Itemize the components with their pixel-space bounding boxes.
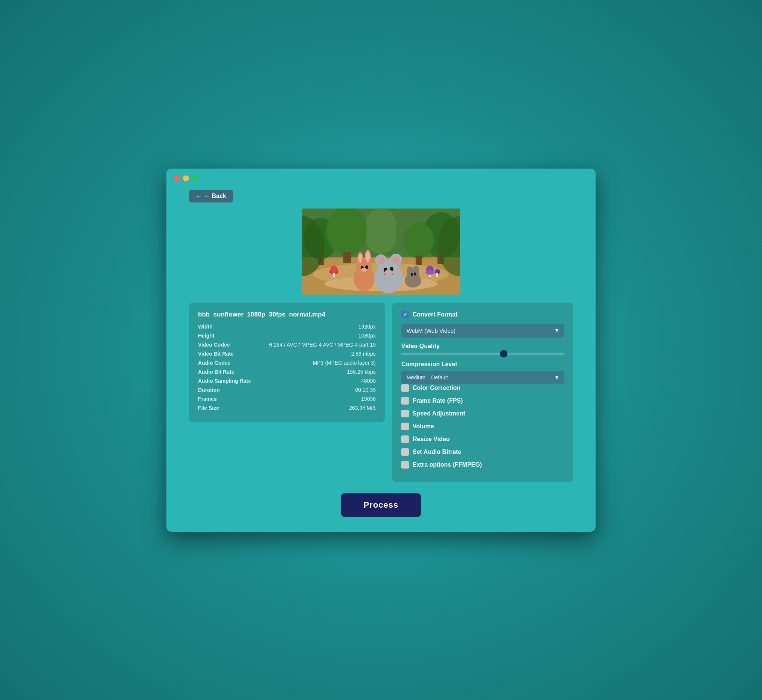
option-checkbox-5[interactable] (401, 448, 409, 456)
option-row: Frame Rate (FPS) (401, 397, 564, 405)
option-row: Extra options (FFMPEG) (401, 461, 564, 469)
info-label: Video Codec (198, 342, 230, 348)
slider-track[interactable] (401, 353, 564, 355)
svg-rect-5 (343, 252, 351, 263)
option-label-5: Set Audio Bitrate (413, 448, 461, 455)
info-row: Video Bit Rate 2.86 mbps (198, 351, 376, 357)
option-row: Volume (401, 423, 564, 430)
process-btn-container: Process (189, 494, 573, 517)
format-dropdown[interactable]: WebM (Web Video) MP4 (H.264) AVI MOV MKV (401, 323, 564, 338)
filename: bbb_sunflower_1080p_30fps_normal.mp4 (198, 311, 376, 319)
info-label: Audio Sampling Rate (198, 378, 251, 384)
svg-point-42 (413, 266, 419, 273)
maximize-button[interactable] (192, 175, 198, 181)
video-quality-label: Video Quality (401, 343, 564, 350)
option-checkbox-3[interactable] (401, 423, 409, 430)
option-checkbox-0[interactable] (401, 384, 409, 392)
option-checkbox-6[interactable] (401, 461, 409, 469)
video-preview (302, 208, 460, 295)
info-value: 00:10:35 (355, 387, 376, 393)
option-label-0: Color Correction (413, 384, 460, 391)
info-label: Width (198, 323, 213, 330)
info-value: MP3 (MPEG audio layer 3) (313, 360, 376, 366)
svg-point-17 (426, 270, 435, 275)
svg-point-14 (330, 266, 338, 273)
option-checkbox-2[interactable] (401, 410, 409, 417)
info-label: Height (198, 333, 214, 339)
info-rows: Width 1920px Height 1080px Video Codec H… (198, 323, 376, 411)
info-row: Audio Sampling Rate 48000 (198, 378, 376, 384)
close-button[interactable] (174, 175, 180, 181)
slider-fill (401, 353, 507, 355)
info-label: Duration (198, 387, 220, 393)
svg-point-4 (326, 208, 368, 256)
info-row: Audio Codec MP3 (MPEG audio layer 3) (198, 360, 376, 366)
info-row: Frames 19036 (198, 396, 376, 402)
svg-point-8 (404, 222, 434, 259)
options-checkboxes: Color Correction Frame Rate (FPS) Speed … (401, 384, 564, 469)
convert-format-label: Convert Format (413, 311, 457, 318)
process-button[interactable]: Process (341, 494, 421, 517)
compression-dropdown-wrapper: Low Medium – Default High ▼ (401, 371, 564, 384)
back-row: ← ← Back (189, 190, 573, 203)
option-row: Resize Video (401, 436, 564, 443)
svg-point-24 (358, 254, 362, 262)
svg-point-25 (366, 252, 370, 262)
info-label: Audio Codec (198, 360, 230, 366)
info-panel: bbb_sunflower_1080p_30fps_normal.mp4 Wid… (189, 303, 385, 422)
info-value: 156.25 kbps (347, 369, 376, 375)
svg-point-29 (361, 268, 367, 272)
option-label-4: Resize Video (413, 436, 449, 442)
option-row: Color Correction (401, 384, 564, 392)
info-value: 1080px (358, 333, 376, 339)
info-label: Frames (198, 396, 217, 402)
option-row: Speed Adjustment (401, 410, 564, 417)
info-row: Audio Bit Rate 156.25 kbps (198, 369, 376, 375)
format-dropdown-wrapper: WebM (Web Video) MP4 (H.264) AVI MOV MKV… (401, 323, 564, 338)
compression-level-label: Compression Level (401, 361, 564, 368)
convert-format-checkbox[interactable] (401, 311, 409, 319)
svg-point-41 (407, 266, 413, 274)
info-value: 48000 (361, 378, 376, 384)
svg-rect-47 (366, 208, 396, 254)
svg-point-43 (411, 273, 413, 276)
option-label-1: Frame Rate (FPS) (413, 397, 463, 404)
window-body: ← ← Back (166, 186, 596, 532)
app-window: ← ← Back (166, 169, 596, 532)
video-thumbnail-svg (302, 208, 460, 295)
option-checkbox-1[interactable] (401, 397, 409, 405)
minimize-button[interactable] (183, 175, 189, 181)
desktop: ← ← Back (0, 0, 762, 700)
info-value: 1920px (358, 323, 376, 330)
video-quality-slider[interactable] (401, 353, 564, 355)
svg-point-44 (414, 272, 416, 275)
back-button[interactable]: ← ← Back (189, 190, 233, 203)
convert-format-row: Convert Format (401, 311, 564, 319)
svg-rect-19 (437, 273, 438, 277)
top-section: ← ← Back (189, 190, 573, 295)
info-row: Duration 00:10:35 (198, 387, 376, 393)
compression-dropdown[interactable]: Low Medium – Default High (401, 371, 564, 384)
info-row: Width 1920px (198, 323, 376, 330)
svg-point-34 (377, 257, 385, 264)
info-label: Video Bit Rate (198, 351, 234, 357)
option-row: Set Audio Bitrate (401, 448, 564, 456)
back-arrow-icon: ← (196, 193, 202, 200)
info-label: Audio Bit Rate (198, 369, 234, 375)
option-label-3: Volume (413, 423, 434, 430)
option-label-6: Extra options (FFMPEG) (413, 461, 482, 468)
options-panel: Convert Format WebM (Web Video) MP4 (H.2… (392, 303, 573, 482)
info-row: Video Codec H.264 / AVC / MPEG-4 AVC / M… (198, 342, 376, 348)
info-row: Height 1080px (198, 333, 376, 339)
option-checkbox-4[interactable] (401, 436, 409, 443)
info-label: File Size (198, 405, 219, 411)
svg-point-38 (384, 270, 393, 275)
info-value: 2.86 mbps (351, 351, 376, 357)
info-value: 19036 (361, 396, 376, 402)
info-value: H.264 / AVC / MPEG-4 AVC / MPEG-4 part 1… (268, 342, 376, 348)
info-value: 263.34 MiB (349, 405, 376, 411)
back-label: ← Back (204, 193, 226, 200)
slider-thumb[interactable] (500, 350, 507, 358)
info-row: File Size 263.34 MiB (198, 405, 376, 411)
svg-rect-9 (416, 256, 422, 265)
